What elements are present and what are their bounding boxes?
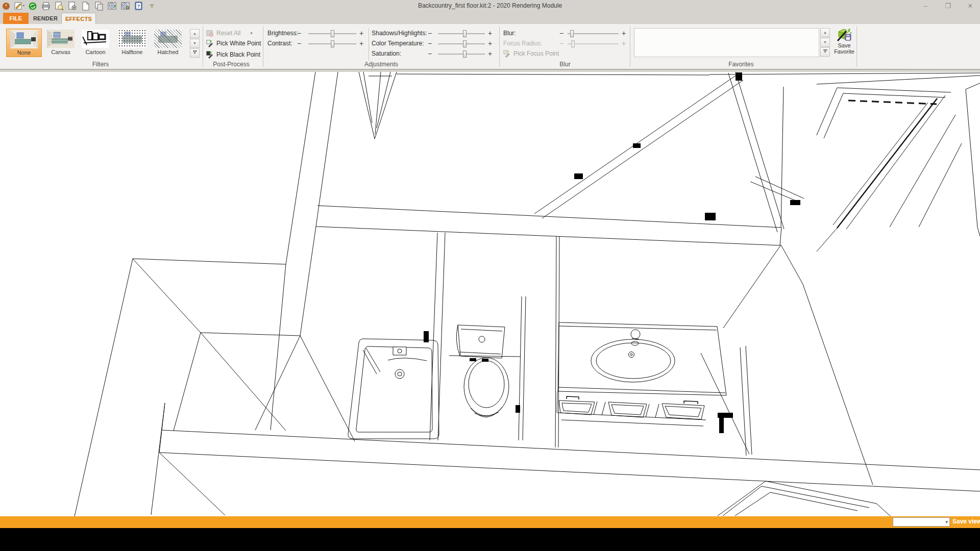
restore-button[interactable]: ❐ bbox=[942, 2, 953, 11]
pick-black-point-button[interactable]: Pick Black Point bbox=[206, 51, 260, 59]
pick-focus-point-label: Pick Focus Point bbox=[513, 50, 559, 57]
filter-halftone[interactable]: Halftone bbox=[115, 29, 149, 57]
reset-all-caret-icon: ▾ bbox=[250, 31, 253, 36]
favorites-gallery[interactable] bbox=[634, 28, 819, 57]
filter-hatched[interactable]: Hatched bbox=[151, 29, 185, 57]
tab-render[interactable]: RENDER bbox=[31, 13, 60, 24]
color-temp-slider-row: Color Temperature: − + bbox=[372, 39, 496, 47]
shadows-plus-button[interactable]: + bbox=[487, 29, 493, 37]
focus-radius-slider-thumb[interactable] bbox=[571, 40, 575, 47]
filter-label: None bbox=[7, 49, 41, 56]
save-favorite-icon bbox=[837, 27, 852, 42]
blur-slider-row: Blur: − + bbox=[503, 29, 630, 37]
contrast-minus-button[interactable]: − bbox=[296, 39, 302, 47]
gallery-expand-icon[interactable]: ▼ bbox=[190, 48, 200, 58]
minimize-button[interactable]: – bbox=[920, 2, 931, 11]
blur-minus-button[interactable]: − bbox=[558, 29, 565, 37]
wireframe-floorplan bbox=[0, 72, 980, 516]
blur-group-label: Blur bbox=[531, 61, 599, 68]
shadows-slider-track[interactable] bbox=[438, 33, 485, 34]
contrast-slider-thumb[interactable] bbox=[331, 40, 334, 47]
blur-plus-button[interactable]: + bbox=[621, 29, 627, 37]
filters-group-label: Filters bbox=[61, 61, 140, 68]
gallery-scroll-down-icon[interactable]: ▼ bbox=[190, 39, 200, 48]
saturation-minus-button[interactable]: − bbox=[427, 49, 433, 58]
group-separator bbox=[263, 26, 263, 67]
filter-label: Halftone bbox=[115, 49, 149, 55]
focus-radius-label: Focus Radius: bbox=[503, 40, 543, 47]
reset-all-icon bbox=[206, 30, 214, 37]
favorites-scroll-down-icon[interactable]: ▼ bbox=[820, 38, 830, 47]
render-viewport[interactable] bbox=[0, 72, 980, 516]
view-toolbar: ▾ Save view bbox=[0, 516, 980, 528]
window-title: Backcountry_first floor.kit:2 - 2020 Ren… bbox=[0, 2, 980, 9]
filter-label: Canvas bbox=[44, 49, 78, 55]
filter-label: Hatched bbox=[151, 49, 185, 55]
favorites-scroll-up-icon[interactable]: ▲ bbox=[820, 28, 830, 37]
filter-none[interactable]: None bbox=[6, 29, 42, 57]
color-temp-minus-button[interactable]: − bbox=[427, 39, 433, 47]
bottom-black-bar bbox=[0, 528, 980, 551]
group-separator bbox=[856, 26, 857, 67]
saturation-slider-track[interactable] bbox=[438, 54, 485, 55]
reset-all-button[interactable]: Reset All ▾ bbox=[206, 29, 253, 37]
favorites-group-label: Favorites bbox=[707, 61, 775, 68]
saturation-slider-row: Saturation: − + bbox=[372, 49, 496, 58]
save-view-button[interactable]: Save view bbox=[952, 518, 980, 525]
close-button[interactable]: ✕ bbox=[965, 2, 976, 11]
filters-gallery-scroll: ▲ ▼ ▼ bbox=[190, 29, 200, 58]
favorites-expand-icon[interactable]: ▼ bbox=[820, 47, 830, 57]
filter-cartoon-thumbnail bbox=[82, 30, 109, 48]
color-temp-slider-track[interactable] bbox=[438, 43, 485, 44]
saturation-slider-thumb[interactable] bbox=[463, 51, 467, 58]
save-favorite-button[interactable]: Save Favorite bbox=[831, 27, 857, 59]
shadows-label: Shadows/Highlights: bbox=[372, 30, 427, 37]
filter-canvas[interactable]: Canvas bbox=[44, 29, 78, 57]
gallery-scroll-up-icon[interactable]: ▲ bbox=[190, 29, 200, 38]
filter-cartoon[interactable]: Cartoon bbox=[79, 29, 112, 57]
pick-black-point-label: Pick Black Point bbox=[216, 51, 260, 58]
pick-black-point-icon bbox=[206, 51, 214, 59]
blur-slider-thumb[interactable] bbox=[570, 30, 574, 37]
shadows-minus-button[interactable]: − bbox=[427, 29, 433, 37]
pick-focus-point-button[interactable]: Pick Focus Point bbox=[503, 49, 559, 58]
pick-white-point-icon bbox=[206, 40, 214, 47]
shadows-slider-thumb[interactable] bbox=[463, 30, 467, 37]
focus-radius-slider-row: Focus Radius: − + bbox=[503, 39, 630, 47]
focus-radius-minus-button[interactable]: − bbox=[558, 39, 565, 47]
favorites-gallery-scroll: ▲ ▼ ▼ bbox=[820, 28, 830, 57]
focus-radius-slider-track[interactable] bbox=[568, 43, 619, 44]
brightness-slider-track[interactable] bbox=[308, 33, 356, 34]
color-temp-slider-thumb[interactable] bbox=[463, 40, 467, 47]
adjustments-group-label: Adjustments bbox=[347, 61, 415, 68]
filter-canvas-thumbnail bbox=[47, 30, 75, 48]
brightness-slider-thumb[interactable] bbox=[331, 30, 334, 37]
blur-slider-track[interactable] bbox=[568, 33, 619, 34]
filter-hatched-thumbnail bbox=[154, 30, 182, 48]
group-separator bbox=[499, 26, 500, 67]
save-favorite-label: Save Favorite bbox=[834, 42, 854, 55]
saturation-plus-button[interactable]: + bbox=[487, 49, 493, 58]
app-window: ? Backcountry_first floor.kit:2 - 2020 R… bbox=[0, 0, 980, 551]
filter-halftone-thumbnail bbox=[118, 30, 146, 48]
tab-effects[interactable]: EFFECTS bbox=[61, 13, 96, 24]
color-temp-label: Color Temperature: bbox=[372, 40, 424, 47]
brightness-label: Brightness: bbox=[267, 30, 298, 37]
tab-file[interactable]: FILE bbox=[3, 13, 29, 24]
blur-label: Blur: bbox=[503, 30, 516, 37]
contrast-plus-button[interactable]: + bbox=[358, 39, 364, 47]
column-separator bbox=[369, 28, 369, 61]
brightness-plus-button[interactable]: + bbox=[358, 29, 364, 37]
reset-all-label: Reset All bbox=[216, 30, 240, 37]
contrast-slider-row: Contrast: − + bbox=[267, 39, 368, 47]
brightness-minus-button[interactable]: − bbox=[296, 29, 302, 37]
saturation-label: Saturation: bbox=[372, 50, 401, 57]
group-separator bbox=[630, 26, 630, 67]
contrast-slider-track[interactable] bbox=[308, 43, 356, 44]
shadows-slider-row: Shadows/Highlights: − + bbox=[372, 29, 496, 37]
focus-radius-plus-button[interactable]: + bbox=[621, 39, 627, 47]
post-process-group-label: Post-Process bbox=[197, 61, 265, 68]
color-temp-plus-button[interactable]: + bbox=[487, 39, 493, 47]
pick-white-point-button[interactable]: Pick White Point bbox=[206, 39, 261, 47]
saved-view-dropdown[interactable]: ▾ bbox=[893, 517, 950, 527]
